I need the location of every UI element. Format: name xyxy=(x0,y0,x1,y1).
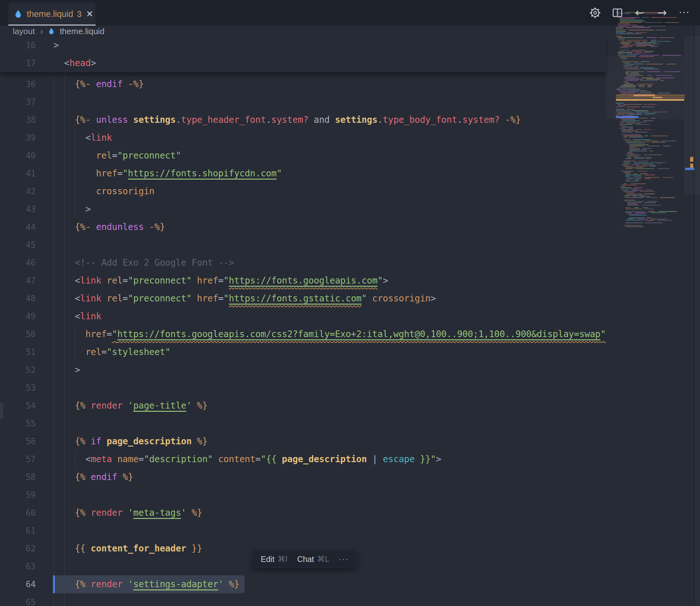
line-number: 51 xyxy=(0,343,36,361)
line-number: 45 xyxy=(0,236,36,254)
code-text: {% render 'page-title' %} xyxy=(75,397,208,415)
line-number: 57 xyxy=(0,450,36,468)
code-editor[interactable]: 36{%- endif -%}3738{%- unless settings.t… xyxy=(0,25,700,606)
tab-bar: theme.liquid 3 ✕ xyxy=(0,0,700,25)
code-text: {% if page_description %} xyxy=(75,433,208,450)
code-text: <!-- Add Exo 2 Google Font --> xyxy=(75,254,234,272)
code-text: <link rel="preconnect" href="https://fon… xyxy=(75,289,436,307)
code-text: <link rel="preconnect" href="https://fon… xyxy=(75,272,388,289)
minimap-highlight-band xyxy=(633,94,655,96)
code-text: {%- unless settings.type_header_font.sys… xyxy=(75,111,521,129)
code-line-17[interactable]: 17<head> xyxy=(0,54,606,72)
line-number: 49 xyxy=(0,307,36,325)
code-line-52[interactable]: 52> xyxy=(0,361,606,379)
selected-line-accent-bar xyxy=(53,575,55,593)
code-line-47[interactable]: 47<link rel="preconnect" href="https://f… xyxy=(0,272,606,289)
line-number: 38 xyxy=(0,111,36,129)
more-actions-icon[interactable]: ··· xyxy=(339,554,349,564)
line-number: 43 xyxy=(0,200,36,218)
line-number: 62 xyxy=(0,540,36,558)
vscode-window: theme.liquid 3 ✕ xyxy=(0,0,700,606)
code-line-16[interactable]: 16> xyxy=(0,37,606,54)
code-text: {% render 'meta-tags' %} xyxy=(75,504,202,522)
code-line-49[interactable]: 49<link xyxy=(0,307,606,325)
code-text: {%- endif -%} xyxy=(75,75,144,93)
code-line-38[interactable]: 38{%- unless settings.type_header_font.s… xyxy=(0,111,606,129)
code-line-50[interactable]: 50href="https://fonts.googleapis.com/css… xyxy=(0,325,606,343)
code-line-59[interactable]: 59 xyxy=(0,486,606,504)
code-line-43[interactable]: 43> xyxy=(0,200,606,218)
code-text: {%- endunless -%} xyxy=(75,218,165,236)
line-number: 64 xyxy=(0,575,36,593)
line-number: 58 xyxy=(0,468,36,486)
line-number: 56 xyxy=(0,433,36,450)
inline-chat-widget: Edit ⌘I Chat ⌘L ··· xyxy=(252,550,357,568)
code-text: rel="stylesheet" xyxy=(86,343,171,361)
chat-button[interactable]: Chat xyxy=(297,555,314,564)
line-number: 48 xyxy=(0,289,36,307)
code-line-54[interactable]: 54{% render 'page-title' %} xyxy=(0,397,606,415)
minimap-highlight-band xyxy=(616,99,684,101)
liquid-droplet-icon xyxy=(14,9,23,19)
code-line-46[interactable]: 46<!-- Add Exo 2 Google Font --> xyxy=(0,254,606,272)
line-number: 16 xyxy=(0,37,36,54)
code-text: {{ content_for_header }} xyxy=(75,540,202,558)
chat-kbd-hint: ⌘L xyxy=(317,555,329,564)
line-number: 36 xyxy=(0,75,36,93)
line-number: 59 xyxy=(0,486,36,504)
line-number: 55 xyxy=(0,415,36,433)
line-number: 65 xyxy=(0,593,36,606)
code-line-37[interactable]: 37 xyxy=(0,93,606,111)
code-text: <link xyxy=(86,129,112,147)
close-icon[interactable]: ✕ xyxy=(86,10,93,19)
code-line-36[interactable]: 36{%- endif -%} xyxy=(0,75,606,93)
code-text: > xyxy=(53,37,59,54)
gear-icon[interactable] xyxy=(588,6,602,20)
line-number: 63 xyxy=(0,558,36,575)
line-number: 46 xyxy=(0,254,36,272)
minimap-highlight-band xyxy=(653,97,662,98)
line-number: 42 xyxy=(0,182,36,200)
scrollbar-slider[interactable] xyxy=(685,36,700,194)
line-number: 41 xyxy=(0,165,36,182)
code-line-40[interactable]: 40rel="preconnect" xyxy=(0,147,606,165)
code-line-53[interactable]: 53 xyxy=(0,379,606,397)
line-number: 39 xyxy=(0,129,36,147)
line-number: 47 xyxy=(0,272,36,289)
code-line-42[interactable]: 42crossorigin xyxy=(0,182,606,200)
code-text: <meta name="description" content="{{ pag… xyxy=(86,450,441,468)
code-text: {% render 'settings-adapter' %} xyxy=(55,575,244,593)
code-line-45[interactable]: 45 xyxy=(0,236,606,254)
line-number: 17 xyxy=(0,54,36,72)
code-line-61[interactable]: 61 xyxy=(0,522,606,540)
line-number: 37 xyxy=(0,93,36,111)
overview-ruler-mark xyxy=(690,164,693,168)
code-line-55[interactable]: 55 xyxy=(0,415,606,433)
overview-ruler-mark xyxy=(690,157,693,162)
code-text: > xyxy=(86,200,91,218)
edit-button[interactable]: Edit xyxy=(261,555,274,564)
code-line-44[interactable]: 44{%- endunless -%} xyxy=(0,218,606,236)
code-text: > xyxy=(75,361,80,379)
left-edge-marker xyxy=(0,403,3,419)
code-line-51[interactable]: 51rel="stylesheet" xyxy=(0,343,606,361)
code-text: <link xyxy=(75,307,101,325)
code-line-65[interactable]: 65 xyxy=(0,593,606,606)
code-line-41[interactable]: 41href="https://fonts.shopifycdn.com" xyxy=(0,165,606,182)
code-line-58[interactable]: 58{% endif %} xyxy=(0,468,606,486)
overview-ruler-mark xyxy=(685,168,694,170)
code-line-56[interactable]: 56{% if page_description %} xyxy=(0,433,606,450)
code-line-57[interactable]: 57<meta name="description" content="{{ p… xyxy=(0,450,606,468)
code-line-39[interactable]: 39<link xyxy=(0,129,606,147)
code-line-48[interactable]: 48<link rel="preconnect" href="https://f… xyxy=(0,289,606,307)
edit-kbd-hint: ⌘I xyxy=(277,555,288,564)
code-line-64[interactable]: 64{% render 'settings-adapter' %} xyxy=(0,575,606,593)
minimap-slider[interactable] xyxy=(606,55,685,119)
line-number: 61 xyxy=(0,522,36,540)
code-text: crossorigin xyxy=(96,182,154,200)
tab-theme-liquid[interactable]: theme.liquid 3 ✕ xyxy=(8,3,96,25)
code-line-60[interactable]: 60{% render 'meta-tags' %} xyxy=(0,504,606,522)
tab-problems-badge: 3 xyxy=(77,9,81,19)
line-number: 44 xyxy=(0,218,36,236)
code-text: href="https://fonts.googleapis.com/css2?… xyxy=(86,325,606,343)
